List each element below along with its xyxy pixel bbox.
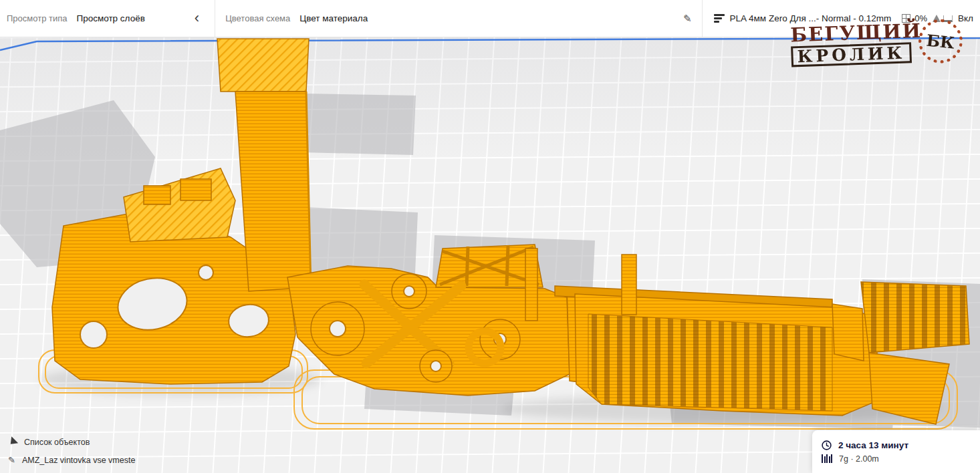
build-plate-scene [0,37,980,473]
material-usage: 7g · 2.00m [839,454,879,464]
print-info-card: 2 часа 13 минут 7g · 2.00m [812,430,980,473]
clock-icon [822,440,832,450]
infill-percent: 0% [914,13,927,23]
spool-icon [822,454,832,463]
collapse-triangle-icon[interactable] [7,436,18,447]
adhesion-state: Вкл [958,13,973,23]
viewport-3d[interactable]: Список объектов ✎ AMZ_Laz vintovka vse v… [0,37,980,473]
color-scheme-label: Цветовая схема [225,13,290,23]
material-usage-row: 7g · 2.00m [822,454,971,464]
view-type-select[interactable]: Просмотр слоёв [76,13,144,23]
slicer-app: Просмотр типа Просмотр слоёв ‹ Цветовая … [0,0,980,473]
plate-edge-highlight [0,38,980,50]
model-amz-laz-vintovka[interactable] [52,39,969,424]
support-icon [933,15,941,22]
infill-icon [902,14,910,23]
object-list-title: Список объектов [24,438,90,447]
edit-settings-icon[interactable]: ✎ [683,13,692,25]
toolbar-divider [702,0,703,37]
object-name: AMZ_Laz vintovka vse vmeste [22,456,136,465]
object-list: Список объектов ✎ AMZ_Laz vintovka vse v… [8,433,135,469]
print-time-row: 2 часа 13 минут [822,440,971,450]
top-toolbar: Просмотр типа Просмотр слоёв ‹ Цветовая … [0,0,980,37]
material-icon [714,14,725,23]
view-type-label: Просмотр типа [7,13,67,23]
toolbar-divider [215,0,215,37]
edit-object-icon[interactable]: ✎ [8,455,15,465]
collapse-panel-icon[interactable]: ‹ [195,11,199,25]
adhesion-icon [943,15,953,22]
object-list-header[interactable]: Список объектов [8,433,135,451]
print-time: 2 часа 13 минут [838,440,908,450]
color-scheme-select[interactable]: Цвет материала [299,13,368,23]
print-settings-summary[interactable]: PLA 4мм Zero Для ...- Normal - 0.12mm [730,13,892,23]
object-list-item[interactable]: ✎ AMZ_Laz vintovka vse vmeste [8,451,135,469]
